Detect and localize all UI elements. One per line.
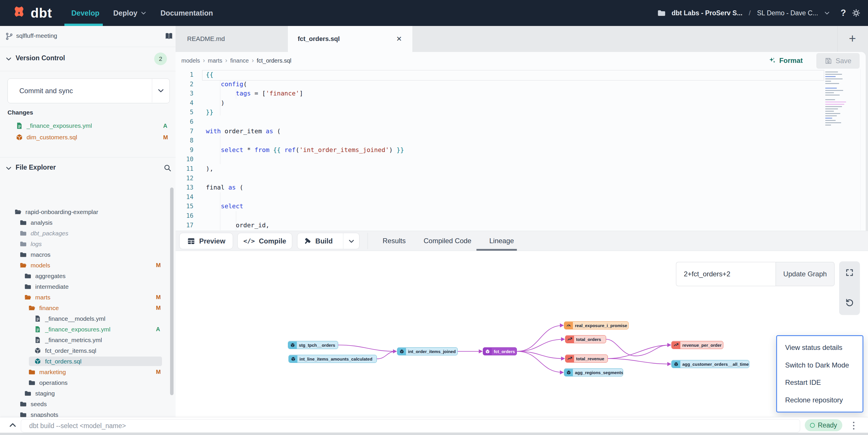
file-tree-scrollbar[interactable]: [170, 188, 174, 395]
tree-item--finance-metrics-yml[interactable]: _finance_metrics.yml: [0, 335, 172, 345]
menu-item-switch-to-dark-mode[interactable]: Switch to Dark Mode: [777, 361, 863, 369]
breadcrumb-fct-orders-sql[interactable]: fct_orders.sql: [257, 57, 291, 64]
line-number: 5: [176, 108, 193, 117]
tree-item-rapid-onboarding-exemplar[interactable]: rapid-onboarding-exemplar: [0, 206, 172, 217]
nav-link-develop[interactable]: Develop: [71, 9, 99, 17]
tab-fct-orders[interactable]: fct_orders.sql ✕: [288, 26, 412, 52]
lineage-node-total_revenue[interactable]: total_revenue: [565, 355, 608, 363]
format-button[interactable]: Format: [768, 54, 803, 67]
menu-item-view-status-details[interactable]: View status details: [777, 343, 863, 352]
close-tab-icon[interactable]: ✕: [396, 35, 402, 43]
menu-item-reclone-repository[interactable]: Reclone repository: [777, 396, 863, 404]
model-cube-icon: [564, 369, 573, 376]
tree-item-dbt-packages[interactable]: dbt_packages: [0, 228, 172, 239]
table-icon: [187, 237, 195, 245]
tree-item-macros[interactable]: macros: [0, 249, 172, 260]
new-tab-button[interactable]: +: [843, 29, 862, 48]
nav-link-deploy[interactable]: Deploy: [113, 9, 146, 17]
help-icon[interactable]: ?: [841, 8, 846, 18]
tree-item-seeds[interactable]: seeds: [0, 399, 172, 409]
dbt-logo-icon: [11, 5, 27, 21]
lineage-node-int_line_items_amounts_calculated[interactable]: int_line_items_amounts_calculated: [288, 355, 377, 363]
nav-link-documentation[interactable]: Documentation: [160, 9, 213, 17]
lineage-node-int_order_items_joined[interactable]: int_order_items_joined: [397, 347, 458, 356]
code-editor[interactable]: 1234567891011121314151617 {{ config( tag…: [176, 69, 866, 231]
lineage-panel: Update Graph stg_tpch__ordersint_line_it…: [176, 251, 868, 417]
line-number: 7: [176, 127, 193, 136]
build-options-dropdown[interactable]: [343, 233, 359, 249]
editor-minimap[interactable]: [825, 71, 849, 127]
indent-guide: [236, 211, 236, 230]
tree-item-staging[interactable]: staging: [0, 388, 172, 399]
tree-item-aggregates[interactable]: aggregates: [0, 271, 172, 281]
tree-item-snapshots[interactable]: snapshots: [0, 409, 172, 417]
divider: [0, 71, 176, 71]
changed-file-row[interactable]: dim_customers.sqlM: [0, 132, 176, 143]
panel-tab-results[interactable]: Results: [382, 237, 406, 245]
file-explorer-header[interactable]: File Explorer: [0, 157, 176, 179]
breadcrumb-models[interactable]: models: [181, 57, 200, 64]
changed-file-row[interactable]: _finance_exposures.ymlA: [0, 120, 176, 132]
build-button[interactable]: Build: [297, 233, 360, 249]
lineage-node-agg_regions_segments[interactable]: agg_regions_segments: [564, 368, 623, 376]
changed-file-name: _finance_exposures.yml: [27, 122, 92, 129]
tab-readme[interactable]: README.md: [176, 26, 288, 52]
chevron-down-icon[interactable]: [5, 55, 12, 62]
tree-item-operations[interactable]: operations: [0, 377, 172, 388]
lineage-node-revenue_per_order[interactable]: revenue_per_order: [671, 341, 723, 349]
tree-item-intermediate[interactable]: intermediate: [0, 281, 172, 292]
line-number: 9: [176, 145, 193, 155]
changes-count-badge: 2: [154, 53, 167, 65]
git-status-badge: A: [163, 123, 167, 129]
lineage-node-label: int_order_items_joined: [406, 349, 458, 354]
project-name[interactable]: SL Demo - Dave C...: [757, 9, 818, 17]
command-input[interactable]: [21, 419, 800, 432]
preview-label: Preview: [199, 237, 225, 245]
compile-button[interactable]: </> Compile: [237, 233, 292, 249]
lineage-node-agg_customer_orders__all_time[interactable]: agg_customer_orders__all_time: [671, 360, 749, 368]
chevron-up-icon[interactable]: [7, 421, 18, 430]
lineage-node-label: fct_orders: [492, 349, 517, 354]
nav-links: DevelopDeployDocumentation: [71, 0, 213, 26]
settings-gear-icon[interactable]: [852, 9, 861, 17]
panel-tab-compiled-code[interactable]: Compiled Code: [424, 237, 471, 245]
docs-book-icon[interactable]: [164, 32, 173, 40]
tree-item-marketing[interactable]: marketingM: [0, 367, 172, 377]
lineage-node-fct_orders[interactable]: fct_orders: [483, 347, 517, 356]
tree-item-models[interactable]: modelsM: [0, 260, 172, 271]
save-button[interactable]: Save: [816, 53, 860, 69]
dbt-logo[interactable]: dbt: [11, 0, 52, 26]
divider: [368, 233, 368, 249]
menu-item-restart-ide[interactable]: Restart IDE: [777, 378, 863, 387]
account-name[interactable]: dbt Labs - ProServ S...: [672, 9, 742, 17]
build-main[interactable]: Build: [298, 237, 339, 245]
commit-and-sync-button[interactable]: Commit and sync: [7, 78, 170, 103]
tree-item-analysis[interactable]: analysis: [0, 217, 172, 228]
breadcrumb-marts[interactable]: marts: [208, 57, 222, 64]
tree-item--finance-exposures-yml[interactable]: _finance_exposures.ymlA: [0, 324, 172, 335]
lineage-node-total_orders[interactable]: total_orders: [565, 335, 606, 343]
search-icon[interactable]: [163, 164, 172, 172]
tree-item-fct-order-items-sql[interactable]: fct_order_items.sql: [0, 345, 172, 356]
kebab-menu-icon[interactable]: [851, 420, 857, 431]
lineage-node-stg_tpch__orders[interactable]: stg_tpch__orders: [288, 341, 338, 349]
lineage-node-label: agg_regions_segments: [573, 370, 623, 375]
lineage-node-real_exposure_i_promise[interactable]: real_exposure_i_promise: [564, 321, 629, 329]
tree-item-logs[interactable]: logs: [0, 239, 172, 249]
project-chevron-down-icon[interactable]: [824, 10, 830, 16]
tree-item-marts[interactable]: martsM: [0, 292, 172, 303]
code-line: ),: [206, 164, 213, 174]
chevron-down-icon[interactable]: [5, 165, 12, 172]
editor-scrollbar[interactable]: [861, 69, 861, 230]
tree-item-fct-orders-sql[interactable]: fct_orders.sql: [0, 356, 172, 367]
breadcrumb-finance[interactable]: finance: [230, 57, 249, 64]
chevron-down-icon: [140, 10, 147, 16]
version-control-header[interactable]: Version Control 2: [0, 47, 176, 71]
git-branch-row[interactable]: sqlfluff-meeting: [0, 26, 176, 47]
preview-button[interactable]: Preview: [179, 233, 233, 249]
status-badge[interactable]: Ready: [805, 419, 842, 431]
commit-options-dropdown[interactable]: [152, 79, 169, 102]
tree-item-finance[interactable]: financeM: [0, 303, 172, 313]
panel-tab-lineage[interactable]: Lineage: [489, 237, 514, 245]
tree-item--finance-models-yml[interactable]: _finance__models.yml: [0, 313, 172, 324]
